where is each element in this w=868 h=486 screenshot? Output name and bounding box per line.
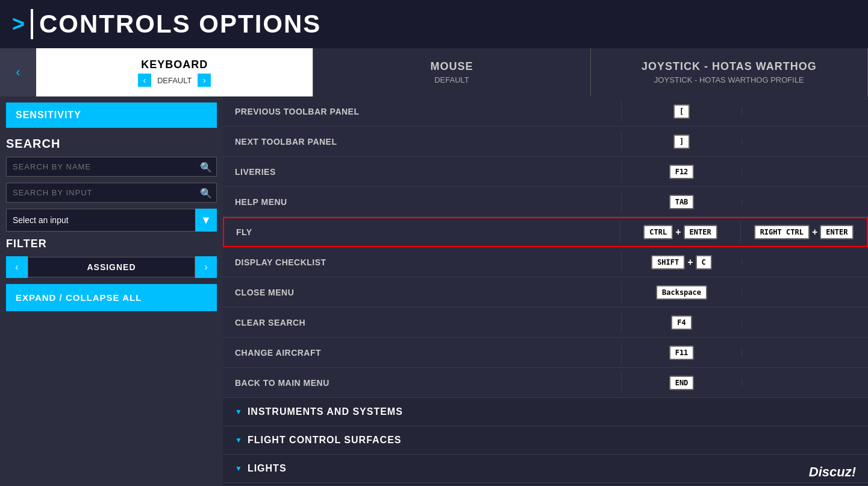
table-row: BACK TO MAIN MENU END [223,368,868,398]
binding-name: DISPLAY CHECKLIST [223,253,621,272]
binding-key-col2[interactable]: RIGHT CTRL + ENTER [740,221,867,243]
binding-key-col1[interactable]: CTRL + ENTER [620,221,740,243]
tab-keyboard[interactable]: KEYBOARD ‹ DEFAULT › [36,48,313,96]
binding-name: NEXT TOOLBAR PANEL [223,132,621,151]
key-badge: [ [673,104,690,119]
binding-key-col2[interactable] [742,349,868,356]
binding-name: BACK TO MAIN MENU [223,373,621,393]
binding-key-col1[interactable]: Backspace [621,282,742,303]
section-label: FLIGHT CONTROL SURFACES [248,435,402,446]
chevron-icon: ▼ [235,464,243,473]
binding-key-col2[interactable] [742,379,868,387]
binding-key-col2[interactable] [742,319,868,326]
tab-keyboard-prev-button[interactable]: ‹ [138,74,151,87]
tab-nav-left-button[interactable]: ‹ [0,48,36,96]
section-label: LIGHTS [248,463,287,474]
key-right-ctrl: RIGHT CTRL [754,225,810,239]
key-badge: END [669,376,695,390]
sensitivity-button[interactable]: SENSITIVITY [6,103,217,128]
key-badge: ] [673,134,690,149]
table-row: HELP MENU TAB [223,187,868,217]
tab-mouse-sub: DEFAULT [434,75,469,84]
filter-row: ‹ ASSIGNED › [6,256,217,278]
table-row-fly: FLY CTRL + ENTER RIGHT CTRL + ENTER [223,217,868,247]
select-input-wrap: Select an input ▼ [6,209,217,232]
binding-key-col1[interactable]: TAB [621,191,742,213]
select-input-dropdown[interactable]: Select an input [6,209,217,232]
key-badge: TAB [669,195,695,209]
tab-joystick-sub: JOYSTICK - HOTAS WARTHOG PROFILE [654,75,804,84]
section-lights[interactable]: ▼ LIGHTS [223,455,868,483]
key-badge: F11 [669,346,695,360]
section-brakes[interactable]: ▼ BRAKES [223,483,868,486]
table-row: PREVIOUS TOOLBAR PANEL [ [223,96,868,127]
plus-separator: + [675,227,681,238]
binding-key-col1[interactable]: F12 [621,161,742,183]
search-by-name-input[interactable] [6,157,217,177]
binding-key-col2[interactable] [742,198,868,206]
sidebar: SENSITIVITY SEARCH 🔍 🔍 Select an input ▼… [0,96,223,486]
section-instruments[interactable]: ▼ INSTRUMENTS AND SYSTEMS [223,398,868,426]
binding-name: CLEAR SEARCH [223,313,621,332]
plus-separator2: + [812,227,817,238]
tab-keyboard-next-button[interactable]: › [198,74,211,87]
search-by-input-input[interactable] [6,183,217,203]
binding-name: CLOSE MENU [223,283,621,302]
main-layout: SENSITIVITY SEARCH 🔍 🔍 Select an input ▼… [0,96,868,486]
search-input-icon: 🔍 [200,187,212,198]
binding-key-col1[interactable]: [ [621,101,742,122]
filter-next-button[interactable]: › [195,256,217,278]
tab-joystick[interactable]: JOYSTICK - HOTAS WARTHOG JOYSTICK - HOTA… [591,48,868,96]
binding-key-col1[interactable]: SHIFT + C [621,251,742,273]
tab-mouse[interactable]: MOUSE DEFAULT [313,48,590,96]
search-name-icon: 🔍 [200,161,212,172]
binding-key-col1[interactable]: ] [621,131,742,153]
header-divider [31,9,33,39]
section-label: INSTRUMENTS AND SYSTEMS [248,406,403,417]
binding-key-col1[interactable]: F11 [621,342,742,364]
table-row: DISPLAY CHECKLIST SHIFT + C [223,247,868,277]
key-c: C [696,255,712,270]
key-badge: F12 [669,165,695,179]
binding-key-col2[interactable] [742,289,868,296]
content-area[interactable]: PREVIOUS TOOLBAR PANEL [ NEXT TOOLBAR PA… [223,96,868,486]
tab-joystick-label: JOYSTICK - HOTAS WARTHOG [642,60,817,73]
binding-key-col2[interactable] [742,168,868,175]
binding-key-col1[interactable]: F4 [621,312,742,333]
filter-prev-button[interactable]: ‹ [6,256,28,278]
header-arrow-icon: > [12,11,25,37]
key-shift: SHIFT [651,255,685,270]
binding-name: FLY [224,222,620,242]
binding-key-col2[interactable] [742,138,868,145]
section-flight-control[interactable]: ▼ FLIGHT CONTROL SURFACES [223,426,868,455]
tab-mouse-label: MOUSE [430,60,473,73]
key-enter: ENTER [684,225,717,239]
binding-name: HELP MENU [223,192,621,212]
binding-key-col1[interactable]: END [621,372,742,394]
chevron-left-icon: ‹ [16,65,20,80]
table-row: CHANGE AIRCRAFT F11 [223,338,868,368]
binding-name: PREVIOUS TOOLBAR PANEL [223,102,621,121]
filter-label: FILTER [6,238,217,250]
key-badge: F4 [671,315,692,330]
tabs-container: ‹ KEYBOARD ‹ DEFAULT › MOUSE DEFAULT JOY… [0,48,868,96]
table-row: CLEAR SEARCH F4 [223,308,868,338]
table-row: LIVERIES F12 [223,157,868,187]
filter-value: ASSIGNED [28,257,195,277]
chevron-icon: ▼ [235,408,243,416]
search-by-input-wrap: 🔍 [6,183,217,203]
tab-keyboard-sub: DEFAULT [157,76,192,87]
key-enter2: ENTER [820,225,854,239]
search-by-name-wrap: 🔍 [6,157,217,177]
search-label: SEARCH [6,137,217,151]
key-ctrl: CTRL [643,225,673,239]
key-badge: Backspace [656,285,707,300]
binding-key-col2[interactable] [742,259,868,266]
plus-sep: + [687,257,693,268]
table-row: NEXT TOOLBAR PANEL ] [223,127,868,157]
expand-collapse-button[interactable]: EXPAND / COLLAPSE ALL [6,284,217,311]
tab-keyboard-arrows: ‹ DEFAULT › [138,74,211,87]
header: > CONTROLS OPTIONS [0,0,868,48]
binding-name: CHANGE AIRCRAFT [223,343,621,362]
binding-key-col2[interactable] [742,108,868,115]
